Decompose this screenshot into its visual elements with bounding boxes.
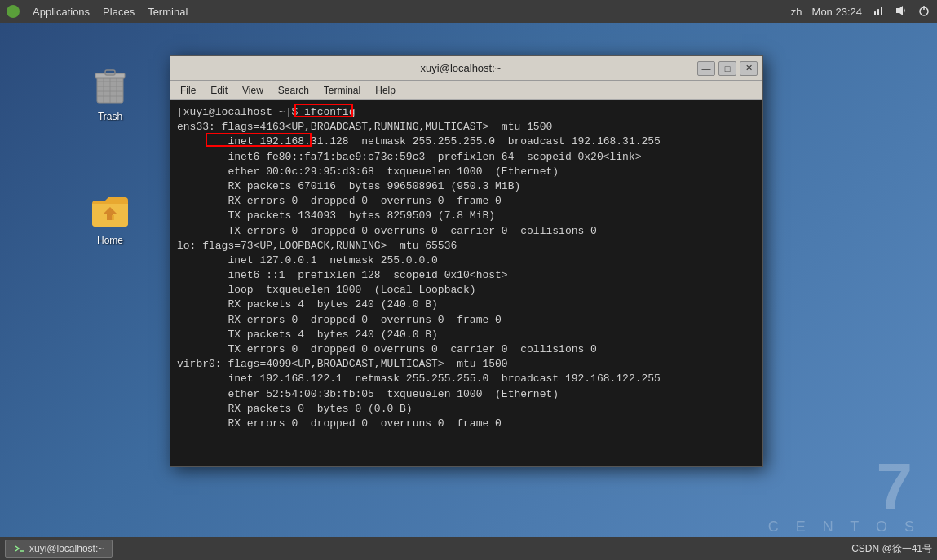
svg-marker-3 <box>896 6 903 15</box>
close-button[interactable]: ✕ <box>740 61 758 76</box>
svg-rect-0 <box>874 11 876 15</box>
terminal-line: RX packets 0 bytes 0 (0.0 B) <box>177 402 756 417</box>
taskbar: xuyi@localhost:~ CSDN @徐一41号 <box>0 537 937 560</box>
volume-icon[interactable] <box>895 4 908 20</box>
terminal-line: inet 127.0.0.1 netmask 255.0.0.0 <box>177 254 756 268</box>
terminal-line: RX errors 0 dropped 0 overruns 0 frame 0 <box>177 417 756 431</box>
terminal-menu-bar: File Edit View Search Terminal Help <box>170 81 762 100</box>
terminal-taskbar-icon <box>14 543 25 554</box>
terminal-line: [xuyi@localhost ~]$ ifconfig <box>177 105 756 120</box>
desktop: Applications Places Terminal zh Mon 23:2… <box>0 0 937 560</box>
power-icon[interactable] <box>917 4 930 20</box>
taskbar-right: CSDN @徐一41号 <box>851 542 932 556</box>
datetime-display: Mon 23:24 <box>812 6 862 18</box>
terminal-line: TX packets 134093 bytes 8259509 (7.8 MiB… <box>177 209 756 223</box>
terminal-titlebar: xuyi@localhost:~ — □ ✕ <box>170 56 762 81</box>
terminal-line: inet6 fe80::fa71:bae9:c73c:59c3 prefixle… <box>177 150 756 165</box>
terminal-output: [xuyi@localhost ~]$ ifconfigens33: flags… <box>177 105 756 431</box>
terminal-line: inet 192.168.31.128 netmask 255.255.255.… <box>177 134 756 149</box>
menu-edit[interactable]: Edit <box>204 83 234 98</box>
terminal-menu-top[interactable]: Terminal <box>148 6 188 18</box>
terminal-line: loop txqueuelen 1000 (Local Loopback) <box>177 283 756 298</box>
terminal-line: virbr0: flags=4099<UP,BROADCAST,MULTICAS… <box>177 357 756 372</box>
taskbar-terminal-app[interactable]: xuyi@localhost:~ <box>5 540 113 558</box>
home-icon-image <box>87 186 133 231</box>
app-icon <box>7 5 20 18</box>
terminal-line: RX packets 670116 bytes 996508961 (950.3… <box>177 179 756 194</box>
menu-view[interactable]: View <box>236 83 270 98</box>
trash-label: Trash <box>98 111 122 122</box>
terminal-title: xuyi@localhost:~ <box>224 62 697 74</box>
terminal-line: lo: flags=73<UP,LOOPBACK,RUNNING> mtu 65… <box>177 239 756 254</box>
app-indicator <box>7 5 20 18</box>
home-desktop-icon[interactable]: Home <box>77 186 143 246</box>
terminal-controls: — □ ✕ <box>697 61 758 76</box>
trash-icon-image <box>87 62 133 108</box>
locale-indicator: zh <box>791 6 802 18</box>
terminal-line: RX errors 0 dropped 0 overruns 0 frame 0 <box>177 194 756 209</box>
taskbar-left: xuyi@localhost:~ <box>5 540 113 558</box>
network-icon[interactable] <box>872 4 885 20</box>
taskbar-right-text: CSDN @徐一41号 <box>851 543 932 554</box>
home-label: Home <box>97 235 123 246</box>
terminal-line: TX errors 0 dropped 0 overruns 0 carrier… <box>177 224 756 239</box>
terminal-line: inet 192.168.122.1 netmask 255.255.255.0… <box>177 372 756 386</box>
terminal-window: xuyi@localhost:~ — □ ✕ File Edit View Se… <box>170 55 763 467</box>
top-bar-right: zh Mon 23:24 <box>791 4 930 20</box>
menu-search[interactable]: Search <box>272 83 316 98</box>
menu-terminal[interactable]: Terminal <box>317 83 367 98</box>
svg-rect-2 <box>881 7 882 15</box>
svg-rect-18 <box>112 215 114 220</box>
menu-help[interactable]: Help <box>369 83 402 98</box>
terminal-line: ether 52:54:00:3b:fb:05 txqueuelen 1000 … <box>177 387 756 402</box>
centos-number: 7 <box>877 454 913 519</box>
terminal-line: ens33: flags=4163<UP,BROADCAST,RUNNING,M… <box>177 120 756 134</box>
applications-menu[interactable]: Applications <box>33 6 90 18</box>
top-bar-left: Applications Places Terminal <box>7 5 188 18</box>
maximize-button[interactable]: □ <box>718 61 736 76</box>
svg-rect-1 <box>877 9 879 15</box>
terminal-line: RX errors 0 dropped 0 overruns 0 frame 0 <box>177 313 756 328</box>
terminal-content[interactable]: [xuyi@localhost ~]$ ifconfigens33: flags… <box>170 100 762 466</box>
centos-text: C E N T O S <box>768 518 921 536</box>
places-menu[interactable]: Places <box>103 6 135 18</box>
trash-desktop-icon[interactable]: Trash <box>77 62 143 122</box>
terminal-line: inet6 ::1 prefixlen 128 scopeid 0x10<hos… <box>177 268 756 283</box>
menu-file[interactable]: File <box>174 83 202 98</box>
svg-rect-14 <box>95 73 125 78</box>
terminal-line: TX packets 4 bytes 240 (240.0 B) <box>177 328 756 342</box>
terminal-line: ether 00:0c:29:95:d3:68 txqueuelen 1000 … <box>177 165 756 179</box>
top-menubar: Applications Places Terminal zh Mon 23:2… <box>0 0 937 23</box>
taskbar-app-label: xuyi@localhost:~ <box>29 543 104 554</box>
terminal-line: RX packets 4 bytes 240 (240.0 B) <box>177 298 756 312</box>
minimize-button[interactable]: — <box>697 61 715 76</box>
terminal-line: TX errors 0 dropped 0 overruns 0 carrier… <box>177 342 756 357</box>
